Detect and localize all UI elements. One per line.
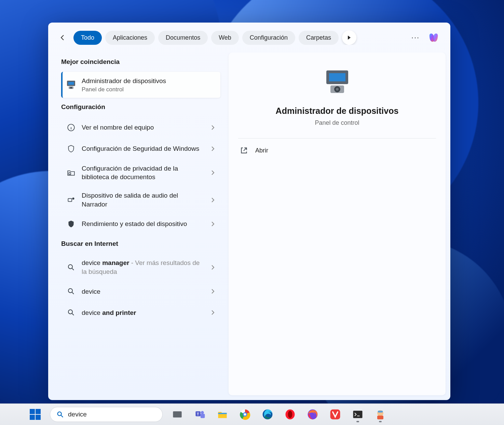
result-title: device and printer [82, 308, 205, 317]
action-open-label: Abrir [255, 147, 268, 154]
filter-row: Todo Aplicaciones Documentos Web Configu… [48, 23, 450, 53]
preview-title: Administrador de dispositivos [276, 106, 399, 116]
preview-pane: Administrador de dispositivos Panel de c… [229, 53, 446, 395]
svg-point-12 [68, 289, 72, 293]
svg-rect-33 [218, 413, 227, 414]
taskbar: T [0, 403, 504, 425]
filter-docs[interactable]: Documentos [158, 31, 208, 45]
taskbar-explorer-icon[interactable] [215, 407, 230, 422]
chevron-right-icon [210, 197, 216, 203]
svg-rect-7 [69, 173, 71, 174]
svg-point-10 [68, 265, 72, 269]
svg-line-13 [72, 292, 74, 294]
chevron-right-icon [210, 146, 216, 151]
chevron-right-icon [210, 170, 216, 175]
taskbar-teams-icon[interactable]: T [192, 407, 208, 422]
svg-line-11 [72, 268, 74, 270]
svg-line-26 [61, 415, 63, 417]
result-title: Dispositivo de salida de audio del Narra… [82, 191, 205, 209]
back-button[interactable] [55, 30, 70, 45]
svg-point-25 [58, 412, 62, 416]
taskbar-taskview-icon[interactable] [169, 407, 185, 422]
chevron-right-icon [210, 289, 216, 294]
svg-rect-24 [36, 415, 41, 420]
taskbar-opera-icon[interactable] [282, 407, 298, 422]
search-icon [56, 411, 64, 418]
start-button[interactable] [27, 407, 43, 422]
result-web-1[interactable]: device [61, 281, 220, 302]
info-icon [65, 122, 77, 133]
more-button[interactable]: ··· [408, 30, 423, 45]
svg-rect-23 [30, 415, 35, 420]
search-icon [65, 285, 77, 297]
svg-point-30 [201, 411, 204, 414]
result-title: Rendimiento y estado del dispositivo [82, 220, 205, 228]
open-external-icon [240, 146, 248, 155]
result-settings-4[interactable]: Rendimiento y estado del dispositivo [61, 213, 220, 235]
result-title: Configuración de Seguridad de Windows [82, 144, 205, 153]
copilot-icon[interactable] [426, 30, 441, 45]
folder-privacy-icon [65, 167, 77, 178]
filter-settings[interactable]: Configuración [242, 31, 295, 45]
svg-rect-31 [201, 414, 205, 418]
chevron-right-icon [210, 310, 216, 315]
chevron-right-icon [210, 265, 216, 270]
taskbar-firefox-icon[interactable] [305, 407, 321, 422]
result-settings-0[interactable]: Ver el nombre del equipo [61, 117, 220, 138]
svg-point-20 [336, 88, 339, 91]
svg-rect-8 [68, 198, 72, 201]
result-web-0[interactable]: device manager - Ver más resultados de l… [61, 254, 220, 281]
search-icon [65, 262, 77, 273]
chevron-right-icon [210, 221, 216, 227]
filter-web[interactable]: Web [211, 31, 239, 45]
result-settings-2[interactable]: Configuración de privacidad de la biblio… [61, 159, 220, 186]
result-subtitle: Panel de control [82, 86, 216, 93]
taskbar-vivaldi-icon[interactable] [327, 407, 343, 422]
svg-line-15 [72, 314, 74, 315]
section-settings: Configuración [61, 103, 223, 111]
taskbar-app-icon[interactable] [372, 407, 388, 422]
taskbar-search-input[interactable] [68, 411, 156, 418]
svg-rect-17 [329, 73, 345, 81]
chevron-right-icon [210, 125, 216, 130]
filter-apps[interactable]: Aplicaciones [105, 31, 155, 45]
result-title: Administrador de dispositivos [82, 77, 216, 85]
filter-all[interactable]: Todo [73, 31, 102, 45]
svg-point-9 [72, 198, 74, 199]
shield-health-icon [65, 218, 77, 230]
svg-point-39 [288, 411, 292, 418]
results-column: Mejor coincidencia Administrador de disp… [53, 53, 223, 395]
svg-rect-22 [36, 409, 41, 414]
taskbar-chrome-icon[interactable] [237, 407, 253, 422]
svg-text:T: T [197, 412, 199, 416]
result-best-match[interactable]: Administrador de dispositivos Panel de c… [61, 72, 220, 98]
svg-rect-42 [353, 411, 363, 418]
result-title: Ver el nombre del equipo [82, 123, 205, 132]
filter-folders[interactable]: Carpetas [299, 31, 339, 45]
audio-output-icon [65, 194, 77, 206]
action-open[interactable]: Abrir [229, 138, 446, 162]
svg-rect-21 [30, 409, 35, 414]
result-title: device manager - Ver más resultados de l… [82, 258, 205, 276]
filter-scroll-right[interactable] [342, 30, 356, 45]
shield-icon [65, 143, 77, 155]
device-manager-icon [65, 79, 77, 91]
svg-point-3 [70, 87, 72, 89]
result-settings-3[interactable]: Dispositivo de salida de audio del Narra… [61, 186, 220, 213]
svg-point-36 [244, 413, 246, 415]
taskbar-edge-icon[interactable] [260, 407, 275, 422]
preview-subtitle: Panel de control [315, 119, 359, 127]
search-icon [65, 307, 77, 318]
svg-point-14 [68, 310, 72, 314]
result-web-2[interactable]: device and printer [61, 302, 220, 323]
taskbar-terminal-icon[interactable] [350, 407, 366, 422]
svg-rect-46 [378, 411, 383, 412]
result-title: device [82, 287, 205, 296]
svg-rect-28 [173, 411, 181, 417]
search-panel: Todo Aplicaciones Documentos Web Configu… [48, 23, 450, 400]
result-settings-1[interactable]: Configuración de Seguridad de Windows [61, 138, 220, 159]
section-best-match: Mejor coincidencia [61, 58, 223, 66]
taskbar-search[interactable] [50, 407, 163, 422]
section-web: Buscar en Internet [61, 240, 223, 248]
result-title: Configuración de privacidad de la biblio… [82, 164, 205, 182]
